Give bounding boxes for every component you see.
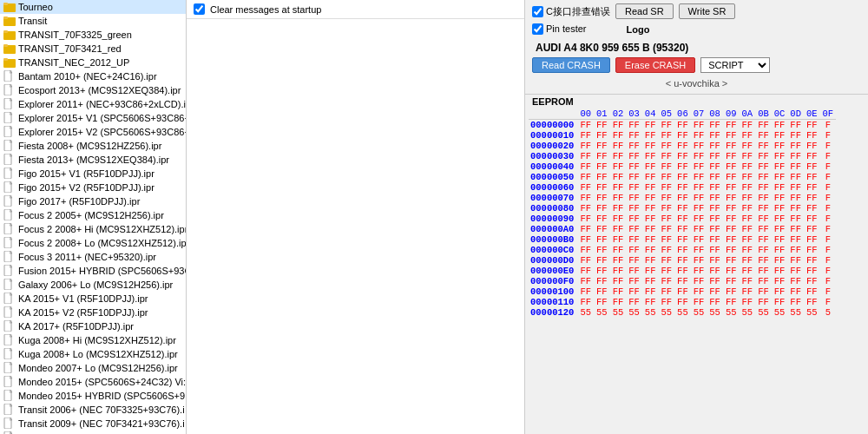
- file-icon: [3, 348, 16, 360]
- tree-item-label: Focus 2 2008+ Lo (MC9S12XHZ512).ipr: [18, 238, 186, 248]
- tree-item[interactable]: Explorer 2015+ V1 (SPC5606S+93C86+: [0, 111, 186, 125]
- eeprom-cell: FF: [723, 214, 740, 224]
- eeprom-cell: FF: [577, 266, 594, 276]
- folder-icon: [3, 29, 16, 41]
- eeprom-cell: FF: [642, 120, 659, 131]
- write-sr-button[interactable]: Write SR: [679, 3, 736, 19]
- tree-item[interactable]: KA 2015+ V2 (R5F10DPJJ).ipr: [0, 306, 186, 319]
- read-sr-button[interactable]: Read SR: [615, 3, 674, 19]
- tree-item[interactable]: Explorer 2011+ (NEC+93C86+2xLCD).i: [0, 97, 186, 111]
- tree-item[interactable]: Focus 2 2008+ Hi (MC9S12XHZ512).ipr: [0, 222, 186, 236]
- eeprom-cell: FF: [755, 245, 772, 255]
- tree-item[interactable]: Explorer 2015+ V2 (SPC5606S+93C86+: [0, 125, 186, 139]
- tree-item[interactable]: Fusion 2015+ HYBRID (SPC5606S+93C: [0, 264, 186, 278]
- clear-messages-checkbox[interactable]: [194, 3, 205, 15]
- eeprom-cell: F: [820, 141, 837, 151]
- eeprom-row: 00000100FFFFFFFFFFFFFFFFFFFFFFFFFFFFFFF: [529, 286, 836, 297]
- tree-item[interactable]: Figo 2015+ V2 (R5F10DPJJ).ipr: [0, 181, 186, 194]
- eeprom-cell: FF: [594, 172, 610, 182]
- eeprom-cell: FF: [787, 182, 804, 193]
- tree-item[interactable]: Focus 2 2005+ (MC9S12H256).ipr: [0, 208, 186, 222]
- user-link[interactable]: < u-vovchika >: [532, 76, 861, 90]
- eeprom-address: 00000100: [529, 286, 577, 297]
- eeprom-row: 00000020FFFFFFFFFFFFFFFFFFFFFFFFFFFFFFF: [529, 141, 836, 151]
- messages-panel: Clear messages at startup: [187, 0, 525, 434]
- eeprom-cell: 5: [820, 307, 837, 318]
- tree-item[interactable]: Kuga 2008+ Lo (MC9S12XHZ512).ipr: [0, 347, 186, 361]
- eeprom-cell: FF: [787, 203, 804, 214]
- checkbox2[interactable]: [532, 23, 543, 35]
- tree-item-label: Transit 2009+ (NEC 70F3421+93C76).i: [18, 418, 185, 429]
- tree-item[interactable]: Transit 2009+ (NEC 70F3421+93C76).i: [0, 417, 186, 431]
- eeprom-cell: FF: [594, 286, 610, 297]
- tree-item[interactable]: Tourneo: [0, 0, 186, 14]
- tree-item-label: Kuga 2008+ Hi (MC9S12XHZ512).ipr: [18, 335, 176, 345]
- eeprom-cell: FF: [787, 276, 804, 286]
- eeprom-cell: FF: [658, 203, 674, 214]
- eeprom-cell: FF: [658, 151, 674, 161]
- tree-item[interactable]: TRANSIT_70F3325_green: [0, 28, 186, 42]
- eeprom-cell: FF: [691, 193, 707, 203]
- tree-item[interactable]: Focus 3 2011+ (NEC+95320).ipr: [0, 250, 186, 264]
- eeprom-cell: F: [820, 255, 837, 266]
- tree-item[interactable]: Transit 2006+ (NEC 70F3325+93C76).i: [0, 403, 186, 417]
- read-crash-button[interactable]: Read CRASH: [532, 57, 610, 73]
- file-icon: [3, 320, 16, 332]
- right-row2: Pin tester Logo: [532, 23, 861, 35]
- eeprom-cell: FF: [691, 182, 707, 193]
- eeprom-cell: F: [820, 130, 837, 141]
- eeprom-cell: FF: [658, 193, 674, 203]
- tree-item[interactable]: TRANSIT_NEC_2012_UP: [0, 56, 186, 69]
- eeprom-table-wrapper[interactable]: 000102030405060708090A0B0C0D0E0F 0000000…: [525, 108, 868, 434]
- tree-item[interactable]: Mondeo 2007+ Lo (MC9S12H256).ipr: [0, 361, 186, 375]
- eeprom-cell: 55: [740, 307, 756, 318]
- tree-item[interactable]: Mondeo 2015+ (SPC5606S+24C32) Vi:: [0, 375, 186, 389]
- tree-item[interactable]: Kuga 2008+ Hi (MC9S12XHZ512).ipr: [0, 333, 186, 347]
- eeprom-cell: FF: [740, 203, 756, 214]
- eeprom-cell: FF: [594, 141, 610, 151]
- eeprom-row: 00000080FFFFFFFFFFFFFFFFFFFFFFFFFFFFFFF: [529, 203, 836, 214]
- tree-item[interactable]: KA 2015+ V1 (R5F10DPJJ).ipr: [0, 292, 186, 306]
- checkbox1[interactable]: [532, 6, 543, 17]
- tree-item[interactable]: Ecosport 2013+ (MC9S12XEQ384).ipr: [0, 83, 186, 97]
- file-icon: [3, 265, 16, 277]
- tree-item-label: TRANSIT_70F3421_red: [18, 43, 122, 54]
- eeprom-col-header: 0A: [740, 108, 756, 120]
- eeprom-address: 00000080: [529, 203, 577, 214]
- eeprom-cell: F: [820, 203, 837, 214]
- tree-item[interactable]: Transit 2011+ (NEC+95320).ipr: [0, 431, 186, 434]
- eeprom-cell: FF: [707, 172, 723, 182]
- tree-item[interactable]: Bantam 2010+ (NEC+24C16).ipr: [0, 69, 186, 83]
- eeprom-cell: FF: [723, 203, 740, 214]
- eeprom-cell: FF: [610, 130, 627, 141]
- tree-item[interactable]: Figo 2017+ (R5F10DPJJ).ipr: [0, 194, 186, 208]
- eeprom-cell: FF: [740, 224, 756, 234]
- tree-item[interactable]: Fiesta 2008+ (MC9S12HZ256).ipr: [0, 139, 186, 153]
- file-icon: [3, 98, 16, 110]
- tree-item-label: Mondeo 2015+ HYBRID (SPC5606S+9: [18, 391, 185, 401]
- erase-crash-button[interactable]: Erase CRASH: [615, 57, 695, 73]
- tree-item[interactable]: KA 2017+ (R5F10DPJJ).ipr: [0, 319, 186, 333]
- eeprom-cell: F: [820, 245, 837, 255]
- eeprom-cell: FF: [723, 141, 740, 151]
- eeprom-cell: FF: [674, 234, 691, 245]
- eeprom-cell: FF: [642, 234, 659, 245]
- eeprom-cell: FF: [755, 203, 772, 214]
- tree-item[interactable]: Focus 2 2008+ Lo (MC9S12XHZ512).ipr: [0, 236, 186, 250]
- tree-item[interactable]: Mondeo 2015+ HYBRID (SPC5606S+9: [0, 389, 186, 403]
- tree-item[interactable]: TRANSIT_70F3421_red: [0, 42, 186, 56]
- script-select[interactable]: SCRIPT: [700, 57, 770, 73]
- tree-item[interactable]: Figo 2015+ V1 (R5F10DPJJ).ipr: [0, 167, 186, 181]
- eeprom-cell: FF: [691, 266, 707, 276]
- tree-item[interactable]: Fiesta 2013+ (MC9S12XEQ384).ipr: [0, 153, 186, 167]
- eeprom-cell: FF: [804, 245, 820, 255]
- file-icon: [3, 418, 16, 430]
- file-icon: [3, 293, 16, 305]
- tree-item[interactable]: Transit: [0, 14, 186, 28]
- tree-item[interactable]: Galaxy 2006+ Lo (MC9S12H256).ipr: [0, 278, 186, 292]
- eeprom-cell: FF: [755, 141, 772, 151]
- eeprom-cell: FF: [804, 130, 820, 141]
- eeprom-cell: FF: [594, 224, 610, 234]
- file-icon: [3, 279, 16, 291]
- eeprom-cell: FF: [626, 193, 642, 203]
